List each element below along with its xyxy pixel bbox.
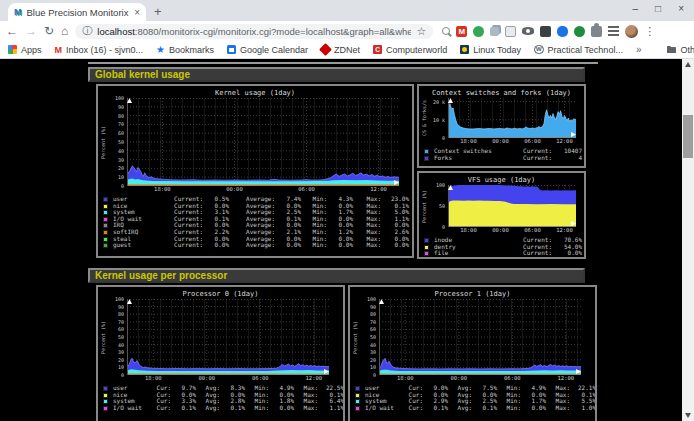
chart-plot-area bbox=[448, 98, 576, 138]
legend-stat-value: 0.1% bbox=[220, 405, 245, 412]
bookmark-star-icon[interactable]: ☆ bbox=[416, 25, 426, 38]
forward-button[interactable]: → bbox=[25, 25, 37, 37]
bookmark-bookmarks[interactable]: ★Bookmarks bbox=[156, 45, 214, 55]
legend-stat-label: Avg: bbox=[448, 405, 472, 412]
site-info-icon[interactable]: ⓘ bbox=[82, 26, 92, 36]
extensions-puzzle-icon[interactable] bbox=[591, 26, 602, 37]
legend-stat-value: 0.1% bbox=[423, 405, 448, 412]
page-top-rule bbox=[88, 62, 598, 64]
bookmark-inbox[interactable]: MInbox (16) - sjvn0... bbox=[55, 45, 144, 55]
chart-legend: userCur:9.7%Avg:8.3%Min:4.9%Max:22.5%nic… bbox=[103, 385, 341, 411]
chart-area-svg bbox=[448, 185, 576, 227]
legend-swatch bbox=[355, 386, 360, 391]
search-extension-icon[interactable] bbox=[442, 27, 450, 35]
green-extension-icon[interactable] bbox=[574, 26, 585, 37]
y-tick-label: 80 bbox=[370, 311, 376, 317]
chart-plot-area bbox=[127, 98, 399, 186]
legend-swatch bbox=[103, 204, 108, 209]
section-header-kernel-usage-per-processor: Kernel usage per processor bbox=[88, 268, 585, 283]
y-tick-label: 60 bbox=[118, 326, 124, 332]
legend-swatch bbox=[103, 223, 108, 228]
y-axis-label: Percent (%) bbox=[352, 299, 361, 375]
bookmark-linux-today[interactable]: Linux Today bbox=[460, 45, 521, 55]
x-tick-label: 12:00 bbox=[306, 375, 323, 381]
chart-legend: userCur:9.0%Avg:7.5%Min:4.9%Max:22.1%nic… bbox=[355, 385, 593, 411]
maximize-button[interactable]: □ bbox=[655, 3, 661, 14]
y-tick-label: 70 bbox=[118, 121, 124, 127]
processor-0-chart[interactable]: Processor 0 (1day) Percent (%) 010203040… bbox=[96, 285, 345, 421]
gmail-extension-icon[interactable]: M bbox=[456, 26, 467, 37]
globe-extension-icon[interactable] bbox=[473, 26, 484, 37]
window-close-button[interactable]: × bbox=[678, 3, 684, 14]
reload-button[interactable]: ↻ bbox=[44, 25, 54, 37]
y-tick-label: 90 bbox=[118, 304, 124, 310]
bookmark-apps[interactable]: Apps bbox=[8, 45, 42, 55]
y-axis-ticks: 0102030405060708090100 bbox=[109, 98, 127, 186]
bookmarks-overflow-icon[interactable]: » bbox=[636, 44, 642, 55]
bookmark-google-calendar[interactable]: Google Calendar bbox=[227, 45, 308, 55]
legend-stat-label: Current: bbox=[506, 155, 552, 162]
legend-stat-label: Min: bbox=[245, 405, 269, 412]
legend-swatch bbox=[103, 393, 108, 398]
profile-avatar[interactable] bbox=[625, 25, 638, 38]
tab-monitorix[interactable]: M Blue Precision Monitorix × bbox=[8, 3, 146, 21]
calendar-icon bbox=[227, 45, 236, 54]
bookmark-zdnet[interactable]: ZDNet bbox=[321, 45, 360, 55]
legend-swatch bbox=[103, 237, 108, 242]
legend-stat-label: Current: bbox=[506, 250, 552, 257]
legend-swatch bbox=[424, 245, 429, 250]
reading-list-icon[interactable] bbox=[608, 26, 619, 36]
scrollbar-thumb[interactable] bbox=[683, 115, 693, 158]
chrome-menu-icon[interactable]: ⋮ bbox=[644, 25, 655, 38]
x-tick-label: 12:00 bbox=[556, 227, 573, 233]
home-button[interactable]: ⌂ bbox=[61, 25, 68, 37]
computerworld-icon: C bbox=[373, 45, 382, 54]
kernel-usage-chart[interactable]: Kernel usage (1day) Percent (%) 01020304… bbox=[96, 84, 414, 258]
x-axis-ticks: 18:0000:0006:0012:00 bbox=[448, 227, 576, 235]
legend-swatch bbox=[424, 149, 429, 154]
tab-strip: M Blue Precision Monitorix × + – □ × bbox=[0, 0, 694, 21]
legend-stat-label: Avg: bbox=[196, 405, 220, 412]
linux-today-icon bbox=[460, 45, 469, 54]
y-tick-label: 80 bbox=[118, 311, 124, 317]
legend-stat-value: 1.0% bbox=[570, 405, 596, 412]
legend-stat-label: Cur: bbox=[399, 405, 423, 412]
y-tick-label: 50 bbox=[118, 139, 124, 145]
x-axis-ticks: 18:0000:0006:0012:00 bbox=[448, 138, 576, 146]
y-tick-label: 0 bbox=[442, 135, 445, 141]
chart-plot-area bbox=[379, 299, 581, 375]
legend-stat-value: 0.0% bbox=[269, 405, 294, 412]
scrollbar-up-arrow[interactable] bbox=[685, 62, 691, 67]
legend-stat-label: Cur: bbox=[147, 405, 171, 412]
bookmark-computerworld[interactable]: CComputerworld bbox=[373, 45, 447, 55]
back-button[interactable]: ← bbox=[6, 25, 18, 37]
vfs-usage-chart[interactable]: VFS usage (1day) Percent (%) 050100 18:0… bbox=[417, 171, 586, 259]
eye-extension-icon[interactable] bbox=[522, 27, 534, 35]
gmail-m-icon: M bbox=[55, 45, 63, 55]
address-bar[interactable]: ⓘ localhost:8080/monitorix-cgi/monitorix… bbox=[75, 24, 433, 39]
copy-extension-icon[interactable] bbox=[490, 27, 499, 36]
legend-swatch bbox=[424, 251, 429, 256]
new-tab-button[interactable]: + bbox=[154, 4, 162, 19]
y-tick-label: 70 bbox=[370, 319, 376, 325]
legend-stat-label: Max: bbox=[294, 405, 318, 412]
blue-extension-icon[interactable] bbox=[557, 26, 568, 37]
legend-series-name: I/O wait bbox=[365, 405, 399, 412]
browser-window: M Blue Precision Monitorix × + – □ × ← →… bbox=[0, 0, 694, 421]
y-tick-label: 20 bbox=[118, 165, 124, 171]
tab-close-icon[interactable]: × bbox=[134, 7, 140, 18]
y-tick-label: 60 bbox=[370, 326, 376, 332]
legend-swatch bbox=[103, 386, 108, 391]
processor-1-chart[interactable]: Processor 1 (1day) Percent (%) 010203040… bbox=[348, 285, 597, 421]
y-tick-label: 90 bbox=[118, 104, 124, 110]
page-scrollbar[interactable] bbox=[682, 59, 694, 421]
gray-extension-icon[interactable] bbox=[505, 26, 516, 37]
scrollbar-down-arrow[interactable] bbox=[685, 413, 691, 418]
dark-extension-icon[interactable] bbox=[540, 26, 551, 37]
bookmark-practical-technology[interactable]: WPractical Technol... bbox=[534, 45, 623, 55]
y-tick-label: 70 bbox=[118, 319, 124, 325]
x-tick-label: 12:00 bbox=[556, 138, 573, 144]
minimize-button[interactable]: – bbox=[633, 3, 639, 14]
context-switches-chart[interactable]: Context switches and forks (1day) CS & f… bbox=[417, 84, 586, 168]
other-bookmarks-button[interactable]: Other bookmarks bbox=[667, 45, 694, 55]
